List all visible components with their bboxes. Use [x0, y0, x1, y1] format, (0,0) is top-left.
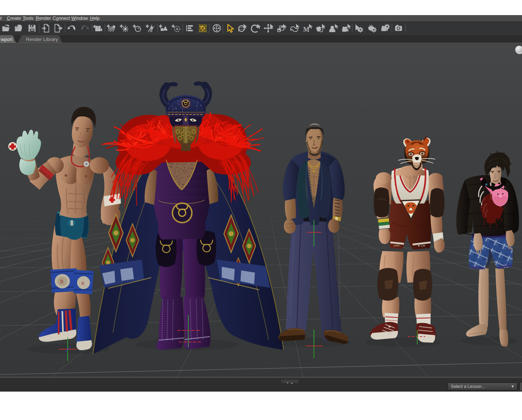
svg-text:.com: .com	[393, 244, 400, 247]
svg-text:Render Library: Render Library	[26, 37, 58, 42]
svg-text:wport: wport	[0, 37, 13, 42]
svg-text:★ CR: ★ CR	[418, 244, 425, 247]
svg-text:B: B	[60, 279, 63, 284]
svg-text:M: M	[303, 26, 309, 33]
svg-text:R: R	[81, 280, 85, 286]
